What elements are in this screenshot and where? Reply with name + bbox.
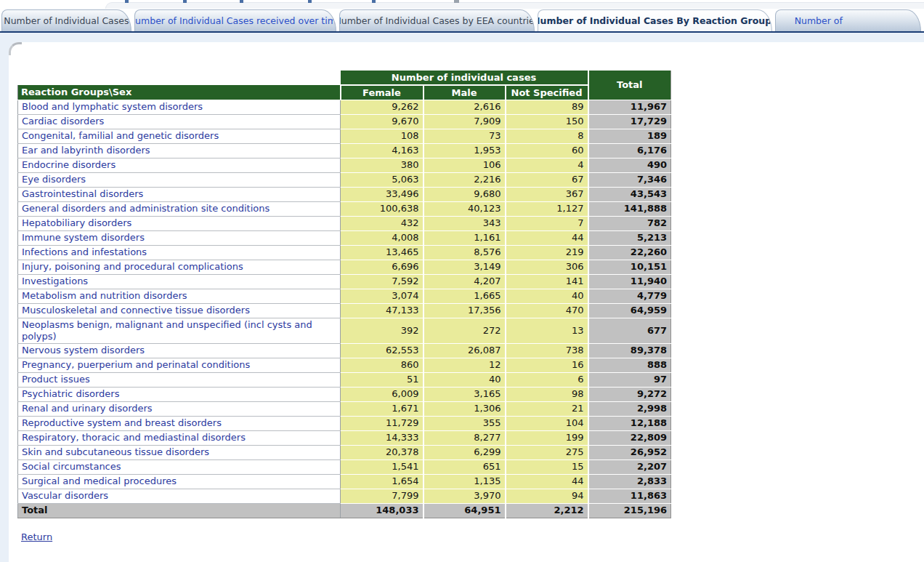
not-specified-count: 67 xyxy=(506,172,588,187)
not-specified-count: 306 xyxy=(506,260,588,274)
not-specified-count: 98 xyxy=(506,387,588,401)
reaction-group-link[interactable]: Neoplasms benign, malignant and unspecif… xyxy=(18,318,341,343)
reaction-group-link[interactable]: Ear and labyrinth disorders xyxy=(18,143,341,158)
female-count: 1,541 xyxy=(341,459,423,474)
male-count: 6,299 xyxy=(423,445,506,459)
male-count: 272 xyxy=(423,318,506,343)
table-row: Surgical and medical procedures1,6541,13… xyxy=(18,474,671,489)
female-count: 860 xyxy=(341,358,423,372)
male-count: 12 xyxy=(423,358,506,372)
total-row: Total 148,033 64,951 2,212 215,196 xyxy=(18,503,671,518)
tab-number-of-individual-cases[interactable]: Number of Individual Cases xyxy=(1,9,131,31)
row-total: 17,729 xyxy=(588,114,671,129)
male-count: 3,165 xyxy=(423,387,506,401)
not-specified-count: 44 xyxy=(506,474,588,489)
tab-cases-by-reaction-groups[interactable]: Number of Individual Cases By Reaction G… xyxy=(538,9,772,31)
reaction-group-link[interactable]: Congenital, familial and genetic disorde… xyxy=(18,129,341,143)
male-count: 3,970 xyxy=(423,489,506,503)
row-total: 141,888 xyxy=(588,201,671,216)
reaction-group-link[interactable]: Pregnancy, puerperium and perinatal cond… xyxy=(18,358,341,372)
reaction-group-link[interactable]: Surgical and medical procedures xyxy=(18,474,341,489)
cropped-text-remnant xyxy=(240,0,243,3)
female-count: 7,799 xyxy=(341,489,423,503)
row-total: 2,833 xyxy=(588,474,671,489)
female-count: 33,496 xyxy=(341,187,423,201)
reaction-group-link[interactable]: Metabolism and nutrition disorders xyxy=(18,289,341,303)
female-count: 6,696 xyxy=(341,260,423,274)
total-row-label: Total xyxy=(18,503,341,518)
table-row: Metabolism and nutrition disorders3,0741… xyxy=(18,289,671,303)
reaction-group-link[interactable]: Respiratory, thoracic and mediastinal di… xyxy=(18,430,341,445)
tab-cases-received-over-time[interactable]: Number of Individual Cases received over… xyxy=(134,9,336,31)
column-header-male: Male xyxy=(423,85,506,100)
male-count: 651 xyxy=(423,459,506,474)
reaction-group-link[interactable]: Renal and urinary disorders xyxy=(18,401,341,416)
reaction-group-link[interactable]: Endocrine disorders xyxy=(18,158,341,172)
reaction-group-link[interactable]: Nervous system disorders xyxy=(18,343,341,358)
reaction-group-link[interactable]: Reproductive system and breast disorders xyxy=(18,416,341,430)
female-count: 380 xyxy=(341,158,423,172)
female-count: 3,074 xyxy=(341,289,423,303)
reaction-group-link[interactable]: Immune system disorders xyxy=(18,230,341,245)
table-row: Vascular disorders7,7993,9709411,863 xyxy=(18,489,671,503)
reaction-group-link[interactable]: Hepatobiliary disorders xyxy=(18,216,341,230)
tab-cases-by-eea-countries[interactable]: Number of Individual Cases by EEA countr… xyxy=(339,9,535,31)
reaction-group-link[interactable]: Skin and subcutaneous tissue disorders xyxy=(18,445,341,459)
female-count: 100,638 xyxy=(341,201,423,216)
row-total: 11,863 xyxy=(588,489,671,503)
table-total-row: Total 148,033 64,951 2,212 215,196 xyxy=(18,503,671,518)
reaction-group-link[interactable]: General disorders and administration sit… xyxy=(18,201,341,216)
not-specified-count: 470 xyxy=(506,303,588,318)
male-count: 2,616 xyxy=(423,100,506,114)
table-row: Respiratory, thoracic and mediastinal di… xyxy=(18,430,671,445)
report-tab-bar: Number of Individual Cases Number of Ind… xyxy=(0,9,924,31)
reaction-group-link[interactable]: Social circumstances xyxy=(18,459,341,474)
reaction-group-link[interactable]: Infections and infestations xyxy=(18,245,341,260)
reaction-group-link[interactable]: Blood and lymphatic system disorders xyxy=(18,100,341,114)
female-count: 51 xyxy=(341,372,423,387)
reaction-group-link[interactable]: Psychiatric disorders xyxy=(18,387,341,401)
table-row: Pregnancy, puerperium and perinatal cond… xyxy=(18,358,671,372)
table-row: Eye disorders5,0632,216677,346 xyxy=(18,172,671,187)
female-count: 1,654 xyxy=(341,474,423,489)
reaction-group-link[interactable]: Injury, poisoning and procedural complic… xyxy=(18,260,341,274)
row-total: 9,272 xyxy=(588,387,671,401)
reaction-group-link[interactable]: Eye disorders xyxy=(18,172,341,187)
not-specified-count: 60 xyxy=(506,143,588,158)
female-count: 14,333 xyxy=(341,430,423,445)
reaction-group-link[interactable]: Gastrointestinal disorders xyxy=(18,187,341,201)
total-female-count: 148,033 xyxy=(341,503,423,518)
row-total: 11,940 xyxy=(588,274,671,289)
grand-total: 215,196 xyxy=(588,503,671,518)
row-total: 4,779 xyxy=(588,289,671,303)
table-row: Congenital, familial and genetic disorde… xyxy=(18,129,671,143)
male-count: 1,135 xyxy=(423,474,506,489)
cropped-panel-remnant xyxy=(105,2,924,9)
male-count: 2,216 xyxy=(423,172,506,187)
report-panel: Number of individual cases Total Reactio… xyxy=(9,42,924,562)
not-specified-count: 1,127 xyxy=(506,201,588,216)
not-specified-count: 367 xyxy=(506,187,588,201)
female-count: 4,008 xyxy=(341,230,423,245)
male-count: 40 xyxy=(423,372,506,387)
cropped-text-remnant xyxy=(125,0,129,3)
table-row: Reproductive system and breast disorders… xyxy=(18,416,671,430)
not-specified-count: 275 xyxy=(506,445,588,459)
not-specified-count: 219 xyxy=(506,245,588,260)
reaction-group-link[interactable]: Cardiac disorders xyxy=(18,114,341,129)
panel-corner-arc xyxy=(9,42,22,55)
not-specified-count: 738 xyxy=(506,343,588,358)
tab-clipped-right[interactable]: Number of xyxy=(775,9,921,31)
not-specified-count: 89 xyxy=(506,100,588,114)
return-link[interactable]: Return xyxy=(21,531,52,542)
reaction-group-link[interactable]: Product issues xyxy=(18,372,341,387)
reaction-group-link[interactable]: Investigations xyxy=(18,274,341,289)
not-specified-count: 7 xyxy=(506,216,588,230)
reaction-group-link[interactable]: Vascular disorders xyxy=(18,489,341,503)
male-count: 26,087 xyxy=(423,343,506,358)
row-total: 677 xyxy=(588,318,671,343)
reaction-group-link[interactable]: Musculoskeletal and connective tissue di… xyxy=(18,303,341,318)
male-count: 7,909 xyxy=(423,114,506,129)
male-count: 355 xyxy=(423,416,506,430)
total-male-count: 64,951 xyxy=(423,503,506,518)
